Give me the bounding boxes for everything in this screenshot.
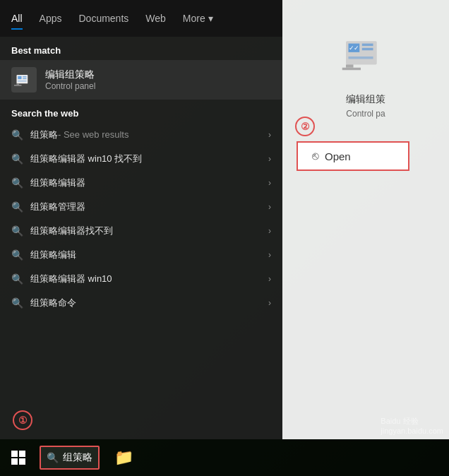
search-icon-4: 🔍 xyxy=(11,225,23,237)
svg-rect-13 xyxy=(342,68,361,71)
chevron-icon-6: › xyxy=(268,274,271,284)
svg-rect-11 xyxy=(349,56,373,59)
search-results: Best match 编辑组策略 Control panel xyxy=(0,37,282,439)
start-menu: All Apps Documents Web More ▾ Best match xyxy=(0,0,449,439)
search-icon-2: 🔍 xyxy=(11,177,23,189)
best-match-title: 编辑组策略 xyxy=(45,69,95,81)
svg-rect-3 xyxy=(23,78,26,79)
baidu-watermark: Baidu 经验 jingyan.baidu.com xyxy=(381,416,443,435)
search-icon-5: 🔍 xyxy=(11,249,23,261)
best-match-subtitle: Control panel xyxy=(45,81,95,91)
chevron-icon-4: › xyxy=(268,226,271,236)
taskbar-search-text: 组策略 xyxy=(63,451,92,464)
start-menu-left-panel: All Apps Documents Web More ▾ Best match xyxy=(0,0,282,439)
web-search-item-5[interactable]: 🔍 组策略编辑 › xyxy=(0,243,282,267)
svg-rect-6 xyxy=(14,85,22,86)
taskbar-search-icon: 🔍 xyxy=(47,452,59,463)
chevron-icon-7: › xyxy=(268,298,271,308)
baidu-url: jingyan.baidu.com xyxy=(381,427,443,435)
open-button-area: ⎋ Open xyxy=(297,141,409,171)
web-search-text-4: 组策略编辑器找不到 xyxy=(30,225,271,237)
chevron-icon-5: › xyxy=(268,250,271,260)
best-match-icon xyxy=(11,67,37,93)
tab-all[interactable]: All xyxy=(11,10,23,27)
svg-rect-9 xyxy=(362,44,373,47)
search-icon-0: 🔍 xyxy=(11,129,23,141)
svg-rect-10 xyxy=(362,48,373,51)
best-match-text: 编辑组策略 Control panel xyxy=(45,69,95,91)
web-search-text-7: 组策略命令 xyxy=(30,297,271,309)
web-search-item-4[interactable]: 🔍 组策略编辑器找不到 › xyxy=(0,219,282,243)
chevron-icon-0: › xyxy=(268,130,271,140)
svg-rect-16 xyxy=(11,451,18,457)
svg-rect-12 xyxy=(346,64,354,67)
open-label: Open xyxy=(325,150,351,162)
svg-rect-2 xyxy=(23,76,26,78)
web-search-text-0: 组策略- See web results xyxy=(30,129,271,141)
search-icon-1: 🔍 xyxy=(11,153,23,165)
start-button[interactable] xyxy=(0,439,37,476)
svg-rect-19 xyxy=(19,458,25,465)
web-search-text-2: 组策略编辑器 xyxy=(30,177,271,189)
best-match-item[interactable]: 编辑组策略 Control panel xyxy=(0,60,282,100)
web-search-text-1: 组策略编辑器 win10 找不到 xyxy=(30,153,271,165)
web-search-header: Search the web xyxy=(0,100,282,123)
tab-more[interactable]: More ▾ xyxy=(183,10,213,27)
right-panel-icon: ✓ ✓ xyxy=(337,28,394,85)
svg-text:✓: ✓ xyxy=(354,44,359,52)
search-icon-6: 🔍 xyxy=(11,273,23,285)
web-search-text-6: 组策略编辑器 win10 xyxy=(30,273,271,285)
svg-rect-18 xyxy=(11,458,18,465)
search-icon-3: 🔍 xyxy=(11,201,23,213)
right-panel-subtitle: Control pa xyxy=(346,109,385,119)
web-search-item-7[interactable]: 🔍 组策略命令 › xyxy=(0,291,282,315)
best-match-header: Best match xyxy=(0,37,282,60)
web-search-item-1[interactable]: 🔍 组策略编辑器 win10 找不到 › xyxy=(0,147,282,171)
web-search-item-2[interactable]: 🔍 组策略编辑器 › xyxy=(0,171,282,195)
folder-icon: 📁 xyxy=(114,448,133,467)
baidu-text: Baidu 经验 xyxy=(381,416,443,427)
annotation-circle-2: ② xyxy=(295,117,315,136)
web-search-text-3: 组策略管理器 xyxy=(30,201,271,213)
tab-documents[interactable]: Documents xyxy=(78,10,128,27)
taskbar-search-box[interactable]: 🔍 组策略 xyxy=(40,446,100,470)
tab-web[interactable]: Web xyxy=(145,10,166,27)
svg-rect-4 xyxy=(18,81,26,82)
svg-rect-5 xyxy=(17,83,20,85)
nav-tabs: All Apps Documents Web More ▾ xyxy=(0,0,282,37)
taskbar: 🔍 组策略 📁 xyxy=(0,439,449,476)
web-search-item-3[interactable]: 🔍 组策略管理器 › xyxy=(0,195,282,219)
web-search-item-0[interactable]: 🔍 组策略- See web results › xyxy=(0,123,282,147)
annotation-circle-1: ① xyxy=(13,410,32,430)
start-menu-right-panel: ✓ ✓ 编辑组策 Control pa ⎋ Open ② xyxy=(282,0,449,439)
web-search-item-6[interactable]: 🔍 组策略编辑器 win10 › xyxy=(0,267,282,291)
chevron-icon-1: › xyxy=(268,154,271,164)
search-icon-7: 🔍 xyxy=(11,297,23,309)
svg-rect-1 xyxy=(18,76,21,79)
right-panel-title: 编辑组策 xyxy=(346,93,385,106)
chevron-icon-2: › xyxy=(268,178,271,188)
taskbar-folder-button[interactable]: 📁 xyxy=(105,439,142,476)
tab-apps[interactable]: Apps xyxy=(40,10,62,27)
open-button[interactable]: ⎋ Open xyxy=(297,141,409,171)
svg-rect-17 xyxy=(19,451,25,457)
open-icon: ⎋ xyxy=(312,150,319,162)
chevron-icon-3: › xyxy=(268,202,271,212)
web-search-text-5: 组策略编辑 xyxy=(30,249,271,261)
